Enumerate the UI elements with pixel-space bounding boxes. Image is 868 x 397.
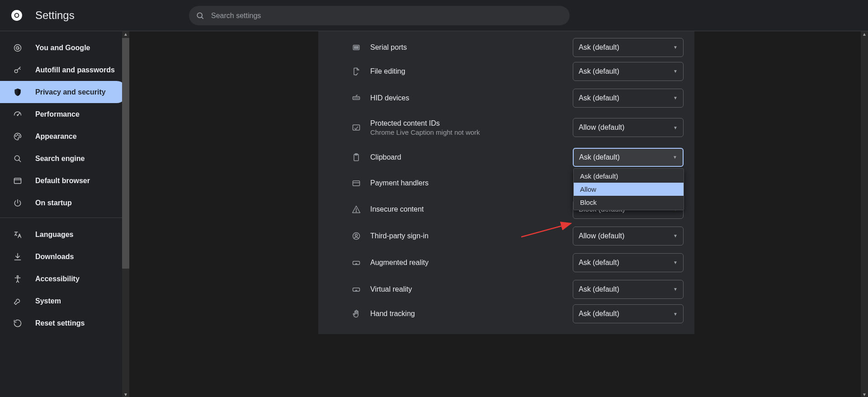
sidebar-item-languages[interactable]: Languages [0,223,127,246]
search-icon [13,154,23,164]
sidebar-item-search-engine[interactable]: Search engine [0,147,127,170]
permission-title: Third-party sign-in [370,232,567,240]
sidebar-item-downloads[interactable]: Downloads [0,246,127,268]
svg-point-32 [355,234,358,236]
scroll-down-icon[interactable]: ▼ [862,392,867,397]
sidebar-item-privacy-and-security[interactable]: Privacy and security [0,81,127,103]
permission-row-serial-ports: Serial portsAsk (default)▼ [318,31,694,58]
sidebar-item-default-browser[interactable]: Default browser [0,170,127,192]
warning-icon [351,204,361,214]
permission-labels: File editing [370,67,573,76]
svg-point-30 [356,211,356,212]
permission-labels: HID devices [370,94,573,102]
hand-icon [351,309,361,319]
main-content: Serial portsAsk (default)▼File editingAs… [129,31,868,397]
sidebar-item-on-startup[interactable]: On startup [0,192,127,214]
permission-dropdown[interactable]: Ask (default)▼Ask (default)AllowBlock [573,148,684,167]
dropdown-option-block[interactable]: Block [574,196,684,209]
dropdown-menu: Ask (default)AllowBlock [573,168,684,210]
reset-icon [13,318,23,328]
scroll-up-icon[interactable]: ▲ [123,32,128,36]
power-icon [13,198,23,208]
chevron-down-icon: ▼ [673,95,678,100]
sidebar-scroll-thumb[interactable] [122,38,129,269]
permission-labels: Insecure content [370,205,573,213]
permission-subtitle: Chrome Live Caption might not work [370,128,567,136]
sidebar-item-label: Privacy and security [35,88,106,96]
svg-point-15 [17,275,18,277]
page-title: Settings [35,9,75,22]
sidebar-item-reset-settings[interactable]: Reset settings [0,312,127,334]
svg-point-7 [17,114,18,115]
permission-title: Serial ports [370,43,567,52]
dropdown-value: Ask (default) [579,285,619,293]
sidebar-item-label: Downloads [35,253,74,261]
sidebar-item-performance[interactable]: Performance [0,103,127,125]
signin-icon [351,231,361,241]
permission-row-file-editing: File editingAsk (default)▼ [318,58,694,85]
permission-dropdown[interactable]: Ask (default)▼ [573,304,684,323]
svg-rect-16 [353,45,359,50]
dropdown-value: Ask (default) [579,153,620,161]
sidebar-scrollbar[interactable]: ▲ ▼ [122,31,129,397]
permission-row-hand-tracking: Hand trackingAsk (default)▼ [318,302,694,325]
search-input[interactable] [211,12,570,20]
svg-line-12 [19,160,21,161]
permission-row-virtual-reality: Virtual realityAsk (default)▼ [318,276,694,302]
permission-dropdown[interactable]: Ask (default)▼ [573,38,684,57]
permission-row-augmented-reality: Augmented realityAsk (default)▼ [318,249,694,276]
dropdown-value: Allow (default) [579,123,624,132]
sidebar-item-you-and-google[interactable]: You and Google [0,37,127,59]
main-scrollbar[interactable]: ▲ ▼ [861,31,868,397]
dropdown-option-ask-default-[interactable]: Ask (default) [574,170,684,183]
serial-icon [351,43,361,52]
permission-labels: Hand tracking [370,310,573,318]
chevron-down-icon: ▼ [673,312,678,317]
sidebar-divider [0,217,129,218]
chevron-down-icon: ▼ [673,287,678,292]
sidebar-item-autofill-and-passwords[interactable]: Autofill and passwords [0,59,127,81]
dropdown-value: Ask (default) [579,67,619,76]
google-icon [13,43,23,53]
permission-title: File editing [370,67,567,76]
svg-rect-27 [353,181,360,186]
permission-title: HID devices [370,94,567,102]
permission-row-third-party-sign-in: Third-party sign-inAllow (default)▼ [318,222,694,249]
permission-title: Protected content IDs [370,119,567,128]
chevron-down-icon: ▼ [673,155,677,160]
permission-labels: Serial ports [370,43,573,52]
permission-dropdown[interactable]: Ask (default)▼ [573,62,684,81]
dropdown-value: Ask (default) [579,94,619,102]
translate-icon [13,230,23,240]
sidebar-item-system[interactable]: System [0,290,127,312]
chevron-down-icon: ▼ [673,233,678,238]
svg-rect-19 [358,46,359,47]
permission-dropdown[interactable]: Ask (default)▼ [573,253,684,272]
file-edit-icon [351,66,361,76]
permission-title: Augmented reality [370,259,567,267]
sidebar-item-appearance[interactable]: Appearance [0,125,127,147]
palette-icon [13,132,23,142]
dropdown-value: Ask (default) [579,43,619,52]
sidebar-item-label: Languages [35,231,73,239]
chevron-down-icon: ▼ [673,69,678,74]
scroll-down-icon[interactable]: ▼ [123,392,128,397]
permission-dropdown[interactable]: Ask (default)▼ [573,89,684,108]
svg-point-9 [17,134,18,135]
svg-rect-17 [354,46,355,47]
sidebar-item-label: On startup [35,199,72,207]
dropdown-option-allow[interactable]: Allow [574,183,684,196]
shield-icon [13,87,23,97]
svg-line-4 [202,17,203,19]
permission-dropdown[interactable]: Allow (default)▼ [573,118,684,137]
sidebar-item-accessibility[interactable]: Accessibility [0,268,127,290]
permission-dropdown[interactable]: Ask (default)▼ [573,280,684,299]
scroll-up-icon[interactable]: ▲ [862,32,867,36]
gauge-icon [13,109,23,119]
svg-point-3 [197,13,202,18]
permission-dropdown[interactable]: Allow (default)▼ [573,227,684,246]
sidebar-item-label: Search engine [35,155,85,163]
vr-icon [351,284,361,294]
key-icon [13,65,23,75]
search-container[interactable] [189,6,570,25]
